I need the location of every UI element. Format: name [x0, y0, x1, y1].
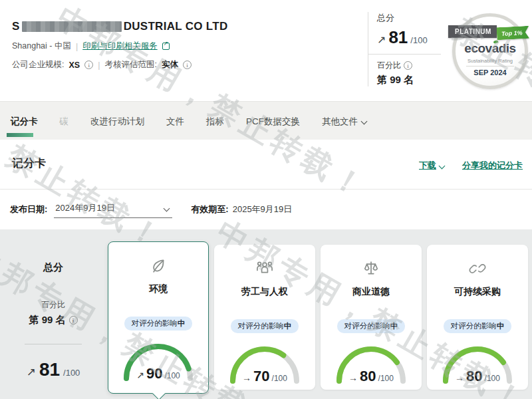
theme-score: → 70 /100 [225, 368, 305, 385]
overall-score-denominator: /100 [410, 35, 427, 45]
score-gauge: → 70 /100 [225, 341, 305, 385]
impact-label: 对评分的影响 [451, 322, 497, 330]
total-score-panel: 总分 百分比 第 99 名 i ↗ 81 /100 [0, 229, 106, 399]
tab-other-files-label: 其他文件 [322, 116, 358, 128]
percentile-label: 百分比 [0, 299, 106, 311]
percentile-info-icon[interactable]: i [404, 61, 412, 70]
impact-badge: 对评分的影响中 [337, 319, 406, 333]
theme-score-denominator: /100 [164, 371, 180, 380]
scorecard-actions: 下载 分享我的记分卡 [419, 160, 523, 172]
theme-score-number: 70 [253, 368, 269, 385]
theme-scores-section: 总分 百分比 第 99 名 i ↗ 81 /100 环境 对评分的影响中 [0, 229, 532, 399]
theme-card-business-ethics[interactable]: 商业道德 对评分的影响中 → 80 /100 [321, 245, 422, 390]
tab-indicators[interactable]: 指标 [206, 116, 224, 130]
impact-label: 对评分的影响 [132, 319, 178, 327]
tab-carbon[interactable]: 碳 [60, 116, 69, 130]
page-title: 记分卡 [12, 156, 46, 171]
scope-info-icon[interactable]: i [183, 61, 192, 69]
tab-other-files[interactable]: 其他文件 [322, 116, 367, 130]
theme-title: 劳工与人权 [241, 286, 288, 298]
trend-up-icon: ↗ [27, 365, 36, 379]
main-tab-bar: 记分卡 碳 改进行动计划 文件 指标 PCF数据交换 其他文件 [0, 101, 532, 140]
percentile-label-line: 百分比 i [377, 60, 441, 71]
overall-score-label: 总分 [377, 12, 441, 24]
link-icon [467, 258, 487, 279]
impact-badge: 对评分的影响中 [444, 319, 512, 333]
chevron-down-icon [361, 118, 367, 124]
theme-card-sustainable-procurement[interactable]: 可持续采购 对评分的影响中 → 80 /100 [427, 245, 528, 390]
trend-flat-icon: → [242, 372, 251, 383]
theme-score-number: 80 [360, 368, 376, 385]
total-score-number: 81 [39, 359, 60, 380]
valid-until-group: 有效期至: 2025年9月19日 [191, 203, 292, 215]
theme-card-labor-human-rights[interactable]: 劳工与人权 对评分的影响中 → 70 /100 [214, 245, 315, 390]
company-location: Shanghai - 中国 [12, 41, 71, 52]
company-name-redacted [22, 21, 122, 32]
medal-ribbon: PLATINUM Top 1% [448, 25, 529, 38]
tab-documents[interactable]: 文件 [166, 116, 184, 130]
ecovadis-scorecard-page: S DUSTRIAL CO LTD Shanghai - 中国 | 印刷与印刷相… [0, 0, 532, 399]
share-scorecard-button[interactable]: 分享我的记分卡 [462, 160, 523, 172]
impact-badge: 对评分的影响中 [124, 317, 193, 331]
theme-score-denominator: /100 [485, 374, 500, 383]
page-header: S DUSTRIAL CO LTD Shanghai - 中国 | 印刷与印刷相… [0, 0, 532, 101]
impact-level: 中 [497, 322, 505, 330]
overall-score-number: 81 [388, 27, 408, 48]
selected-card-pointer [152, 387, 166, 399]
people-icon [254, 258, 275, 279]
external-link-icon[interactable] [162, 43, 170, 50]
trend-up-icon: ↗ [136, 370, 144, 380]
chevron-down-icon [439, 163, 445, 169]
impact-label: 对评分的影响 [344, 322, 390, 330]
valid-until-value: 2025年9月19日 [233, 203, 293, 215]
divider [25, 344, 82, 344]
overall-score-block: 总分 ↗ 81 /100 百分比 i 第 99 名 [368, 12, 441, 86]
tab-pcf-data-exchange[interactable]: PCF数据交换 [246, 116, 300, 130]
valid-until-label: 有效期至: [191, 203, 228, 215]
medal-tier-badge: PLATINUM [448, 25, 497, 38]
impact-badge: 对评分的影响中 [231, 319, 299, 333]
rank-text: 第 99 名 [29, 314, 65, 327]
theme-score-denominator: /100 [378, 374, 394, 383]
percentile-label: 百分比 [377, 60, 401, 71]
score-gauge: → 80 /100 [438, 341, 517, 385]
total-score-denominator: /100 [63, 368, 80, 378]
theme-score-number: 80 [466, 368, 482, 385]
leaf-icon [148, 255, 168, 277]
tab-improvement-plan[interactable]: 改进行动计划 [90, 116, 144, 130]
publish-date-label: 发布日期: [10, 203, 47, 215]
divider [368, 54, 441, 55]
company-name-suffix: DUSTRIAL CO LTD [124, 20, 228, 33]
rank-info-icon[interactable]: i [69, 316, 78, 325]
impact-label: 对评分的影响 [238, 322, 284, 330]
download-button[interactable]: 下载 [419, 160, 445, 172]
assessment-scope-label: 考核评估范围: [104, 59, 156, 70]
date-row: 发布日期: 2024年9月19日 有效期至: 2025年9月19日 [0, 190, 532, 229]
theme-title: 商业道德 [352, 286, 390, 298]
assessment-scope-value: 实体 [162, 59, 178, 70]
divider: | [98, 61, 100, 70]
size-info-icon[interactable]: i [84, 61, 93, 69]
impact-level: 中 [284, 322, 292, 330]
ecovadis-medal: ecovadis Sustainability Rating SEP 2024 … [451, 8, 531, 96]
publish-date-dropdown[interactable]: 2024年9月19日 [54, 201, 172, 218]
medal-date: SEP 2024 [466, 66, 514, 76]
industry-link[interactable]: 印刷与印刷相关服务 [82, 41, 158, 52]
theme-score-number: 90 [146, 365, 162, 382]
chevron-down-icon [164, 205, 170, 211]
score-gauge: ↗ 90 /100 [118, 338, 198, 382]
impact-level: 中 [390, 322, 398, 330]
overall-score-value: ↗ 81 /100 [377, 27, 441, 48]
trend-flat-icon: → [455, 372, 464, 383]
theme-score: → 80 /100 [438, 368, 517, 385]
theme-card-environment[interactable]: 环境 对评分的影响中 ↗ 90 /100 [108, 241, 209, 394]
medal-subtitle: Sustainability Rating [467, 58, 513, 64]
rank-text: 第 99 名 [377, 74, 414, 86]
ecovadis-logo: ecovadis [464, 41, 515, 56]
theme-score: → 80 /100 [331, 368, 411, 385]
total-score-value: ↗ 81 /100 [0, 359, 106, 380]
theme-title: 环境 [149, 283, 168, 295]
tab-scorecard[interactable]: 记分卡 [11, 116, 38, 130]
trend-flat-icon: → [348, 372, 358, 383]
company-meta-line: 公司企业规模: XS i | 考核评估范围: 实体 i [12, 59, 228, 70]
